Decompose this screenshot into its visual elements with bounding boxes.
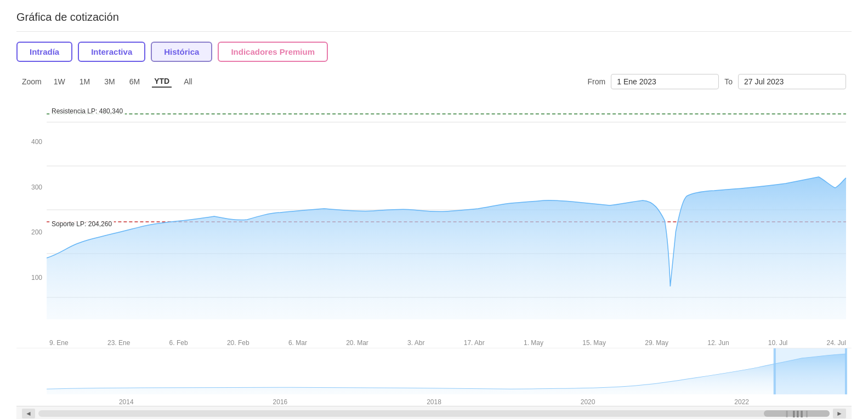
scrollbar-area: ◄ ║ ▐▐▐ ║ ► — [16, 406, 852, 419]
main-chart: 400 300 200 100 Resistencia LP: 480,340 … — [16, 95, 852, 336]
year-2018: 2018 — [427, 398, 441, 406]
tab-historical[interactable]: Histórica — [151, 42, 212, 62]
y-label-100: 100 — [16, 274, 47, 282]
support-label: Soporte LP: 204,260 — [49, 220, 114, 228]
from-date-input[interactable] — [611, 74, 719, 89]
scrollbar-grip-right: ║ — [805, 411, 809, 417]
y-label-300: 300 — [16, 183, 47, 191]
zoom-all[interactable]: All — [181, 76, 195, 87]
zoom-6m[interactable]: 6M — [127, 76, 142, 87]
x-label-9: 15. May — [582, 339, 606, 347]
zoom-ytd[interactable]: YTD — [152, 76, 172, 88]
year-2020: 2020 — [581, 398, 595, 406]
scrollbar-bar: ▐▐▐ — [791, 411, 802, 417]
svg-rect-9 — [845, 348, 847, 394]
year-2022: 2022 — [734, 398, 749, 406]
x-label-5: 20. Mar — [346, 339, 368, 347]
tab-bar: Intradía Interactiva Histórica Indicador… — [16, 42, 852, 62]
mini-chart — [16, 348, 852, 397]
chart-wrapper: 400 300 200 100 Resistencia LP: 480,340 … — [16, 95, 852, 419]
tab-intraday[interactable]: Intradía — [16, 42, 72, 62]
tab-premium[interactable]: Indicadores Premium — [218, 42, 328, 62]
scrollbar-grip-left: ║ — [785, 411, 788, 417]
chart-controls: Zoom 1W 1M 3M 6M YTD All From To — [16, 74, 852, 89]
to-date-input[interactable] — [738, 74, 846, 89]
scroll-right-button[interactable]: ► — [833, 409, 846, 418]
x-label-13: 24. Jul — [826, 339, 846, 347]
x-label-0: 9. Ene — [49, 339, 69, 347]
x-label-8: 1. May — [524, 339, 543, 347]
scrollbar-track[interactable]: ║ ▐▐▐ ║ — [38, 410, 830, 417]
x-axis-labels: 9. Ene 23. Ene 6. Feb 20. Feb 6. Mar 20.… — [16, 336, 852, 347]
x-label-2: 6. Feb — [169, 339, 188, 347]
x-label-10: 29. May — [645, 339, 668, 347]
to-label: To — [724, 77, 733, 86]
zoom-label: Zoom — [22, 77, 42, 86]
x-label-3: 20. Feb — [227, 339, 249, 347]
svg-rect-8 — [774, 348, 776, 394]
x-label-6: 3. Abr — [407, 339, 424, 347]
y-axis-labels: 400 300 200 100 — [16, 95, 47, 336]
x-label-4: 6. Mar — [288, 339, 307, 347]
chart-svg — [16, 95, 852, 336]
x-label-1: 23. Ene — [107, 339, 130, 347]
year-2014: 2014 — [119, 398, 134, 406]
zoom-3m[interactable]: 3M — [102, 76, 117, 87]
tab-interactive[interactable]: Interactiva — [78, 42, 145, 62]
page-title: Gráfica de cotización — [16, 11, 852, 32]
svg-rect-7 — [775, 348, 846, 394]
scrollbar-thumb[interactable]: ║ ▐▐▐ ║ — [764, 410, 830, 417]
y-label-200: 200 — [16, 228, 47, 236]
mini-chart-svg — [16, 348, 852, 397]
x-label-12: 10. Jul — [768, 339, 787, 347]
x-label-7: 17. Abr — [464, 339, 485, 347]
mini-year-labels: 2014 2016 2018 2020 2022 — [16, 397, 852, 406]
from-label: From — [588, 77, 606, 86]
scroll-left-button[interactable]: ◄ — [22, 409, 35, 418]
zoom-1w[interactable]: 1W — [52, 76, 67, 87]
date-range: From To — [588, 74, 846, 89]
resistance-label: Resistencia LP: 480,340 — [49, 107, 125, 116]
x-label-11: 12. Jun — [707, 339, 729, 347]
year-2016: 2016 — [273, 398, 288, 406]
zoom-controls: Zoom 1W 1M 3M 6M YTD All — [22, 76, 195, 88]
zoom-1m[interactable]: 1M — [77, 76, 92, 87]
y-label-400: 400 — [16, 138, 47, 146]
